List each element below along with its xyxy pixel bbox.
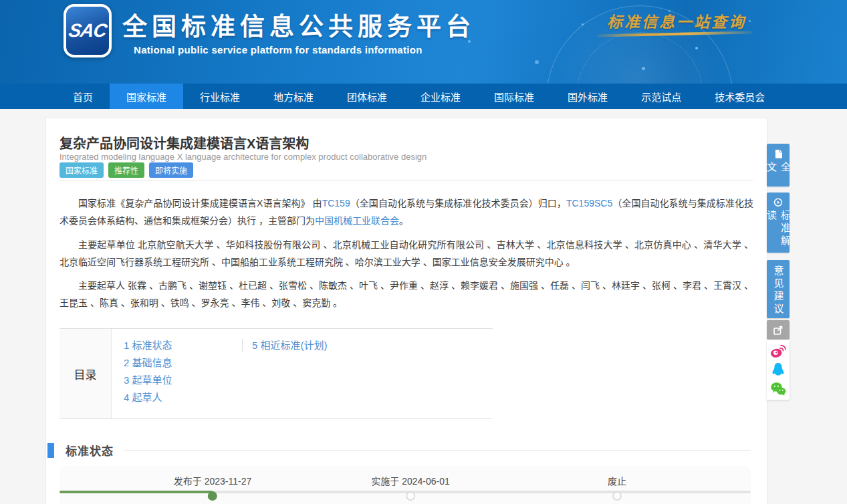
timeline-stop-abolished: 废止 <box>608 466 626 501</box>
sac-logo-text: SAC <box>67 20 108 41</box>
toc-item-similar-standards[interactable]: 5 相近标准(计划) <box>242 339 328 352</box>
nav-item-technical-committee[interactable]: 技术委员会 <box>698 84 781 109</box>
social-share-panel <box>767 340 790 400</box>
nav-item-local-standards[interactable]: 地方标准 <box>257 84 330 109</box>
timeline-stop-implemented: 实施于 2024-06-01 <box>371 466 450 501</box>
badge-upcoming: 即将实施 <box>149 162 193 178</box>
nav-item-national-standards[interactable]: 国家标准 <box>110 84 183 109</box>
toc-item-standard-status[interactable]: 1 标准状态 <box>124 337 242 354</box>
toc-label: 目录 <box>59 329 112 418</box>
toc-item-drafters[interactable]: 4 起草人 <box>124 389 242 406</box>
status-section-header: 标准状态 <box>47 442 753 459</box>
nav-item-group-standards[interactable]: 团体标准 <box>330 84 404 109</box>
share-icon <box>773 325 783 336</box>
nav-item-home[interactable]: 首页 <box>56 84 110 109</box>
nav-item-international-standards[interactable]: 国际标准 <box>477 84 551 109</box>
decor-dot <box>749 20 751 22</box>
timeline-stop-published: 发布于 2023-11-27 <box>174 466 251 501</box>
badge-national-standard: 国家标准 <box>59 162 104 178</box>
timeline-label-implemented: 实施于 2024-06-01 <box>371 474 450 487</box>
decor-dot <box>642 67 645 70</box>
toc-body: 1 标准状态 2 基础信息 3 起草单位 4 起草人 5 相近标准(计划) <box>112 329 493 418</box>
timeline-dot-published <box>208 491 217 501</box>
main-nav: 首页 国家标准 行业标准 地方标准 团体标准 企业标准 国际标准 国外标准 示范… <box>0 84 847 109</box>
decor-dot <box>582 23 584 25</box>
play-circle-icon <box>773 198 783 207</box>
fulltext-button[interactable]: 全文 <box>767 144 790 186</box>
document-icon <box>773 149 783 159</box>
section-rule <box>124 450 751 451</box>
feedback-button[interactable]: 意见建议 <box>767 260 790 318</box>
p1-text: 。 <box>399 215 408 226</box>
nav-item-enterprise-standards[interactable]: 企业标准 <box>404 84 477 109</box>
qq-icon[interactable] <box>770 362 786 378</box>
link-tc159sc5[interactable]: TC159SC5 <box>566 198 612 209</box>
nav-item-industry-standards[interactable]: 行业标准 <box>183 84 257 109</box>
status-section-title: 标准状态 <box>66 442 114 459</box>
nav-item-pilot[interactable]: 示范试点 <box>624 84 698 109</box>
header-divider <box>59 180 753 180</box>
sac-logo[interactable]: SAC <box>64 4 112 57</box>
toc-item-drafting-units[interactable]: 3 起草单位 <box>124 372 242 389</box>
paragraph-drafting-units: 主要起草单位 北京航空航天大学 、华如科技股份有限公司 、北京机械工业自动化研究… <box>59 236 753 271</box>
p1-text: （全国自动化系统与集成标准化技术委员会）归口， <box>350 198 566 209</box>
timeline-dot-abolished <box>612 491 622 501</box>
decor-dot <box>535 60 539 64</box>
site-slogan: 标准信息一站查询 <box>607 9 746 32</box>
timeline-label-published: 发布于 2023-11-27 <box>174 474 251 487</box>
link-cmif[interactable]: 中国机械工业联合会 <box>315 215 399 226</box>
toc-item-basic-info[interactable]: 2 基础信息 <box>124 354 242 372</box>
link-tc159[interactable]: TC159 <box>322 198 350 209</box>
toc-column-1: 1 标准状态 2 基础信息 3 起草单位 4 起草人 <box>124 337 242 418</box>
interpretation-label: 标准解读 <box>764 210 792 253</box>
status-timeline: 发布于 2023-11-27 实施于 2024-06-01 废止 <box>59 466 751 504</box>
paragraph-governing-bodies: 国家标准《复杂产品协同设计集成建模语言X语言架构》 由TC159（全国自动化系统… <box>59 195 753 229</box>
standard-detail-card: 复杂产品协同设计集成建模语言X语言架构 Integrated modeling … <box>45 118 767 504</box>
decor-dot <box>695 47 698 49</box>
standard-title-en: Integrated modeling language X language … <box>59 152 427 162</box>
badge-recommended: 推荐性 <box>108 162 144 178</box>
timeline-label-abolished: 废止 <box>608 474 626 487</box>
feedback-label: 意见建议 <box>771 265 785 316</box>
standard-title-cn: 复杂产品协同设计集成建模语言X语言架构 <box>59 133 309 152</box>
weibo-icon[interactable] <box>770 343 786 359</box>
toc-column-2: 5 相近标准(计划) <box>242 337 328 418</box>
site-subtitle-en: National public service platform for sta… <box>134 44 422 55</box>
nav-item-foreign-standards[interactable]: 国外标准 <box>551 84 624 109</box>
site-title: 全国标准信息公共服务平台 <box>122 7 475 43</box>
table-of-contents: 目录 1 标准状态 2 基础信息 3 起草单位 4 起草人 5 相近标准(计划) <box>59 328 493 419</box>
interpretation-button[interactable]: 标准解读 <box>767 193 790 253</box>
badge-row: 国家标准 推荐性 即将实施 <box>59 162 193 178</box>
paragraph-drafters: 主要起草人 张霖 、古鹏飞 、谢堃钰 、杜已超 、张雪松 、陈敏杰 、叶飞 、尹… <box>59 277 753 311</box>
wechat-icon[interactable] <box>770 381 786 397</box>
p1-text: 国家标准《复杂产品协同设计集成建模语言X语言架构》 由 <box>78 198 322 209</box>
section-accent-bar <box>47 443 54 458</box>
share-button[interactable] <box>767 320 790 340</box>
timeline-dot-implemented <box>406 491 415 501</box>
fulltext-label: 全文 <box>764 162 792 186</box>
site-header: SAC 全国标准信息公共服务平台 National public service… <box>0 0 847 84</box>
